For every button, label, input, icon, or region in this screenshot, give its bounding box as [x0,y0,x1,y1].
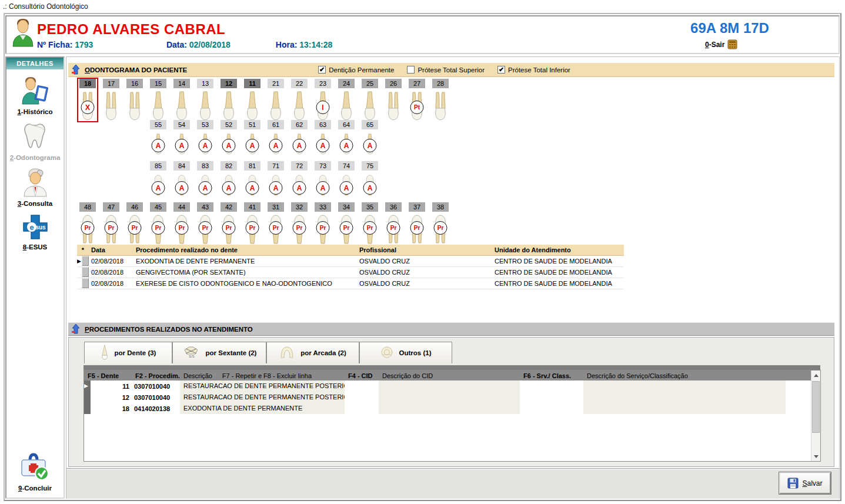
table-row[interactable]: ▶02/08/2018EXODONTIA DE DENTE PERMANENTE… [77,255,624,266]
scroll-up-icon[interactable] [811,371,820,380]
tooth-number[interactable]: 32 [291,202,308,212]
checkbox-box[interactable]: ✔ [318,66,326,74]
tooth-41[interactable]: 41Pr [241,202,264,245]
row-selector[interactable] [84,392,91,403]
tooth-62[interactable]: 62A [288,120,311,156]
checkbox-pr-tese-total-superior[interactable]: Prótese Total Superior [407,66,485,74]
tooth-number[interactable]: 27 [409,79,425,88]
tooth-11[interactable]: 11 [241,79,264,121]
table-row[interactable]: 02/08/2018EXERESE DE CISTO ODONTOGENICO … [77,278,624,289]
tooth-64[interactable]: 64A [335,120,358,156]
tooth-22[interactable]: 22 [288,79,311,121]
tooth-number[interactable]: 38 [432,202,449,212]
tooth-number[interactable]: 53 [197,120,213,129]
tooth-72[interactable]: 72A [288,161,311,198]
tooth-48[interactable]: 48Pr [76,202,99,245]
checkbox-box[interactable]: ✔ [497,66,505,74]
tooth-47[interactable]: 47Pr [99,202,123,245]
tooth-number[interactable]: 51 [244,120,260,129]
checkbox-box[interactable] [407,66,415,74]
row-selector[interactable] [77,278,89,289]
tooth-number[interactable]: 16 [126,79,143,88]
tooth-number[interactable]: 42 [221,202,237,212]
sidebar-item-esus[interactable]: esus8-ESUS [22,213,49,251]
vertical-scrollbar[interactable] [811,371,820,461]
tooth-number[interactable]: 84 [173,161,190,171]
scroll-down-icon[interactable] [811,452,820,461]
tooth-number[interactable]: 15 [150,79,166,88]
tooth-number[interactable]: 43 [197,202,213,212]
tooth-34[interactable]: 34Pr [335,202,358,245]
tooth-28[interactable]: 28 [429,79,452,121]
collapse-arrow-icon[interactable] [72,323,80,335]
tooth-number[interactable]: 52 [221,120,237,129]
tooth-45[interactable]: 45Pr [146,202,170,245]
tooth-38[interactable]: 38Pr [429,202,452,245]
tooth-number[interactable]: 74 [338,161,355,171]
tooth-83[interactable]: 83A [193,161,217,198]
tooth-55[interactable]: 55A [146,120,170,156]
tooth-25[interactable]: 25 [358,79,382,121]
tooth-number[interactable]: 81 [244,161,260,171]
row-selector[interactable]: ▶ [84,380,91,392]
tooth-number[interactable]: 28 [432,79,449,88]
tooth-number[interactable]: 72 [291,161,308,171]
sidebar-item-historico[interactable]: 1-Histórico [17,76,52,115]
row-selector[interactable] [84,403,91,414]
tooth-number[interactable]: 21 [268,79,284,88]
collapse-arrow-icon[interactable] [72,64,80,75]
tooth-number[interactable]: 33 [315,202,331,212]
tooth-18[interactable]: 18X [76,79,99,121]
tooth-number[interactable]: 75 [362,161,378,171]
tooth-number[interactable]: 44 [173,202,190,212]
tooth-37[interactable]: 37Pr [405,202,429,245]
table-row[interactable]: 02/08/2018GENGIVECTOMIA (POR SEXTANTE)OS… [77,266,624,278]
tooth-number[interactable]: 18 [79,79,96,88]
tooth-number[interactable]: 55 [150,120,166,129]
tooth-17[interactable]: 17 [99,79,123,121]
tooth-26[interactable]: 26 [382,79,405,121]
checkbox-denti-o-permanente[interactable]: ✔Dentição Permanente [318,66,394,74]
tab-por-sextante-2-[interactable]: S/Spor Sextante (2) [172,342,266,363]
tooth-13[interactable]: 13 [193,79,217,121]
tooth-53[interactable]: 53A [193,120,217,156]
tooth-54[interactable]: 54A [170,120,193,156]
tooth-82[interactable]: 82A [217,161,241,198]
row-selector[interactable]: ▶ [77,255,89,266]
tooth-31[interactable]: 31Pr [264,202,288,245]
tooth-84[interactable]: 84A [170,161,193,198]
tooth-number[interactable]: 13 [197,79,213,88]
table-row[interactable]: ▶110307010040RESTAURACAO DE DENTE PERMAN… [84,380,820,392]
tab-por-arcada-2-[interactable]: por Arcada (2) [266,342,359,363]
row-selector[interactable] [77,266,89,278]
tooth-number[interactable]: 35 [362,202,378,212]
tooth-12[interactable]: 12 [217,79,241,121]
tooth-number[interactable]: 41 [244,202,260,212]
tooth-52[interactable]: 52A [217,120,241,156]
tooth-number[interactable]: 54 [173,120,190,129]
save-button[interactable]: Salvar [779,472,831,494]
tooth-number[interactable]: 45 [150,202,166,212]
tooth-35[interactable]: 35Pr [358,202,382,245]
tooth-number[interactable]: 65 [362,120,378,129]
sidebar-item-concluir[interactable]: 9-Concluir [18,452,52,492]
tooth-16[interactable]: 16 [123,79,146,121]
tooth-number[interactable]: 11 [244,79,260,88]
tooth-81[interactable]: 81A [241,161,264,198]
tooth-number[interactable]: 71 [268,161,284,171]
tooth-number[interactable]: 36 [385,202,402,212]
tooth-number[interactable]: 62 [291,120,308,129]
tooth-74[interactable]: 74A [335,161,358,198]
tooth-number[interactable]: 37 [409,202,425,212]
tooth-61[interactable]: 61A [264,120,288,156]
tooth-14[interactable]: 14 [170,79,193,121]
table-row[interactable]: 180414020138EXODONTIA DE DENTE PERMANENT… [84,403,820,414]
table-row[interactable]: 120307010040RESTAURACAO DE DENTE PERMANE… [84,392,820,403]
tooth-number[interactable]: 61 [268,120,284,129]
tooth-number[interactable]: 14 [173,79,190,88]
tooth-21[interactable]: 21 [264,79,288,121]
tooth-number[interactable]: 34 [338,202,355,212]
tooth-number[interactable]: 26 [385,79,402,88]
tooth-number[interactable]: 47 [103,202,119,212]
tooth-33[interactable]: 33Pr [311,202,335,245]
